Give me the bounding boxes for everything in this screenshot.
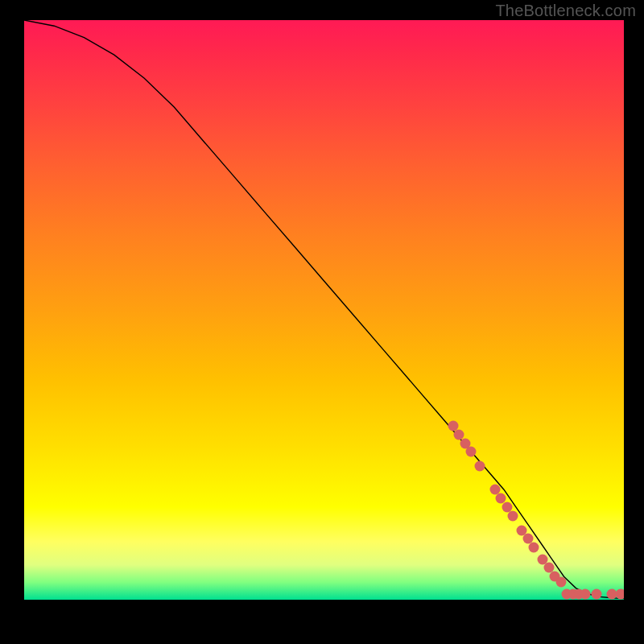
plot-area [24,20,624,600]
performance-curve [24,20,624,600]
data-point-marker [616,588,624,599]
watermark-text: TheBottleneck.com [495,2,636,20]
curve-path [24,20,624,599]
data-point-marker [508,510,518,521]
data-point-marker [555,577,566,588]
data-point-marker [529,543,539,553]
data-point-marker [592,588,602,599]
data-point-marker [466,447,477,457]
data-point-marker [580,588,590,599]
data-point-marker [475,461,485,472]
